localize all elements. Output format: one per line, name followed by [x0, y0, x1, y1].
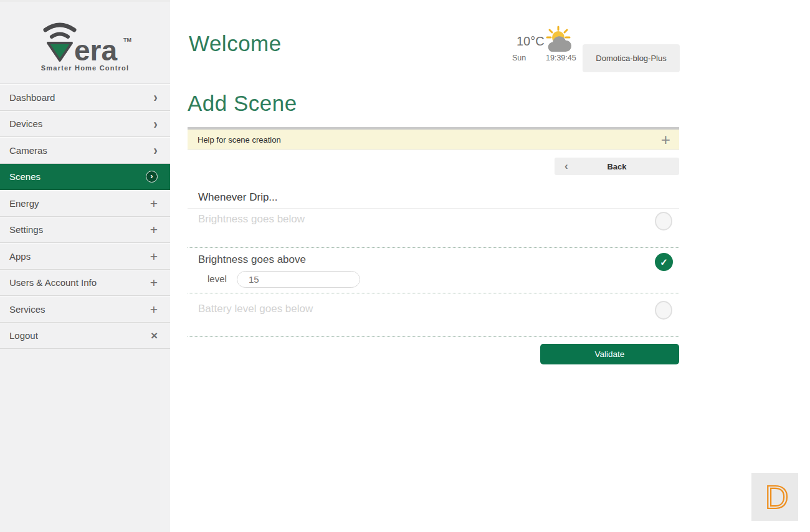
sidebar-item-label: Scenes	[9, 171, 40, 182]
vera-logo-icon: era TM	[36, 19, 135, 64]
sidebar-item-dashboard[interactable]: Dashboard ›	[0, 84, 170, 111]
option-battery-below-label: Battery level goes below	[198, 303, 313, 315]
sidebar-item-label: Devices	[9, 118, 42, 129]
partly-cloudy-icon	[543, 26, 578, 57]
back-button[interactable]: ‹ Back	[555, 158, 679, 175]
help-accordion[interactable]: Help for scene creation +	[188, 127, 679, 150]
page-title: Welcome	[189, 31, 282, 56]
chevron-right-icon: ›	[153, 90, 158, 104]
plus-icon: +	[150, 303, 158, 316]
sidebar-item-label: Services	[9, 304, 45, 315]
plus-icon: +	[150, 223, 158, 236]
sidebar-item-label: Dashboard	[9, 92, 55, 103]
option-battery-below-radio[interactable]	[655, 301, 672, 320]
close-icon: ×	[151, 330, 158, 341]
domotica-blog-logo: D	[751, 473, 798, 521]
option-brightness-below-radio[interactable]	[655, 212, 672, 230]
chevron-left-icon: ‹	[565, 160, 568, 173]
d-letter-icon: D	[756, 478, 794, 516]
plus-icon: +	[150, 250, 158, 263]
vera-logo-tm: TM	[123, 37, 131, 43]
weather-time: 19:39:45	[546, 54, 576, 62]
weather-day: Sun	[512, 54, 526, 62]
sidebar-item-apps[interactable]: Apps +	[0, 243, 170, 270]
sidebar-nav: Dashboard › Devices › Cameras › Scenes ›…	[0, 83, 170, 349]
sidebar-item-users-account-info[interactable]: Users & Account Info +	[0, 270, 170, 297]
separator	[188, 336, 679, 337]
sidebar-item-devices[interactable]: Devices ›	[0, 111, 170, 138]
sidebar-item-label: Users & Account Info	[9, 277, 97, 288]
vera-logo-text: era	[74, 34, 117, 64]
sidebar-item-label: Cameras	[9, 145, 47, 156]
sidebar-item-logout[interactable]: Logout ×	[0, 323, 170, 349]
vera-logo-tagline: Smarter Home Control	[41, 64, 129, 72]
plus-icon: +	[150, 197, 158, 210]
separator	[188, 208, 679, 209]
validate-button[interactable]: Validate	[540, 344, 679, 364]
plus-icon: +	[150, 276, 158, 289]
back-button-label: Back	[607, 162, 626, 171]
svg-text:D: D	[765, 479, 789, 515]
sidebar-item-label: Settings	[9, 224, 43, 235]
sidebar-item-cameras[interactable]: Cameras ›	[0, 137, 170, 164]
option-brightness-above-check-icon[interactable]: ✓	[655, 253, 673, 271]
sidebar-item-settings[interactable]: Settings +	[0, 217, 170, 244]
controller-select-button[interactable]: Domotica-blog-Plus	[583, 44, 680, 72]
sidebar-item-scenes[interactable]: Scenes ›	[0, 164, 170, 191]
expand-plus-icon: +	[661, 131, 670, 148]
sidebar: era TM Smarter Home Control Dashboard › …	[0, 0, 170, 532]
separator	[188, 247, 679, 248]
chevron-right-circle-icon: ›	[146, 171, 158, 183]
option-brightness-above-label: Brightness goes above	[198, 254, 306, 266]
main-content: Welcome 10°C Sun 19:39:45 Domotica-blog-…	[170, 0, 810, 532]
level-input[interactable]	[237, 271, 360, 288]
trigger-title: Whenever Drip...	[198, 191, 278, 204]
app-window: era TM Smarter Home Control Dashboard › …	[0, 0, 810, 532]
chevron-right-icon: ›	[153, 117, 158, 131]
sidebar-item-label: Logout	[9, 330, 38, 341]
sidebar-item-energy[interactable]: Energy +	[0, 190, 170, 217]
sidebar-item-label: Apps	[9, 251, 31, 262]
separator	[188, 293, 679, 293]
weather-temperature: 10°C	[517, 34, 545, 49]
level-field-label: level	[207, 273, 227, 284]
option-brightness-below-label: Brightness goes below	[198, 213, 305, 226]
vera-logo: era TM Smarter Home Control	[0, 2, 170, 83]
sidebar-item-label: Energy	[9, 198, 39, 209]
help-label: Help for scene creation	[198, 135, 281, 145]
scene-page-title: Add Scene	[188, 91, 297, 116]
sidebar-item-services[interactable]: Services +	[0, 296, 170, 323]
chevron-right-icon: ›	[153, 143, 158, 157]
